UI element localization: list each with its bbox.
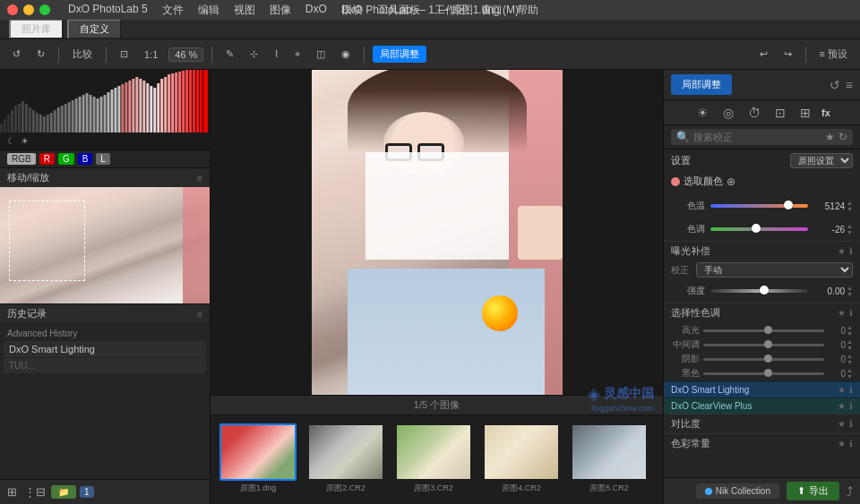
svg-rect-24 bbox=[86, 93, 89, 132]
rgb-l-button[interactable]: L bbox=[96, 153, 110, 165]
edit-tool[interactable]: ✎ bbox=[220, 47, 239, 62]
refresh-icon[interactable]: ↻ bbox=[838, 131, 847, 143]
filmstrip-item-2[interactable]: 原图2.CR2 bbox=[305, 423, 386, 497]
filmstrip-item-4[interactable]: 原图4.CR2 bbox=[481, 423, 562, 497]
rgb-tabs: RGB R G B L bbox=[0, 150, 210, 168]
effect-star-icon[interactable]: ★ bbox=[838, 385, 846, 395]
svg-rect-45 bbox=[160, 79, 163, 132]
menu-view[interactable]: 视图 bbox=[234, 3, 255, 18]
minimize-button[interactable] bbox=[23, 4, 34, 15]
filmstrip-item-5[interactable]: 原图5.CR2 bbox=[569, 423, 649, 497]
reset-icon[interactable]: ↺ bbox=[830, 78, 840, 92]
history-item[interactable]: DxO Smart Lighting bbox=[4, 341, 206, 357]
repair-tool[interactable]: ⌖ bbox=[289, 47, 305, 62]
star-section-icon[interactable]: ★ bbox=[838, 246, 846, 256]
copy-icon[interactable]: ⊡ bbox=[771, 104, 789, 122]
tab-customize[interactable]: 自定义 bbox=[67, 19, 122, 39]
close-button[interactable] bbox=[7, 4, 18, 15]
brightness-slider[interactable] bbox=[710, 289, 808, 293]
svg-rect-44 bbox=[157, 83, 159, 132]
sel-section-icons: ★ ℹ bbox=[838, 308, 853, 318]
svg-rect-31 bbox=[110, 90, 113, 132]
export-button[interactable]: ⬆ 导出 bbox=[787, 482, 839, 500]
rgb-r-button[interactable]: R bbox=[39, 153, 55, 165]
color-const-row[interactable]: 色彩常量 ★ℹ bbox=[664, 433, 860, 453]
sel-info-icon[interactable]: ℹ bbox=[849, 308, 853, 318]
search-icon: 🔍 bbox=[676, 131, 690, 143]
redo-button[interactable]: ↪ bbox=[778, 47, 797, 62]
pipette-icon[interactable]: ⊕ bbox=[727, 175, 735, 188]
settings-label: 设置 bbox=[671, 154, 691, 167]
window-controls[interactable] bbox=[7, 4, 50, 15]
crop-tool[interactable]: ⊹ bbox=[245, 47, 263, 62]
tab-library[interactable]: 照片库 bbox=[9, 19, 64, 39]
local-adjust-button[interactable]: 局部调整 bbox=[373, 46, 426, 63]
star-icon[interactable]: ★ bbox=[825, 131, 835, 143]
rotate-left-button[interactable]: ↺ bbox=[7, 47, 26, 62]
local-adjust-top-button[interactable]: 局部调整 bbox=[671, 74, 732, 95]
menu-help[interactable]: 帮助 bbox=[517, 3, 538, 18]
center-panel: 1/5 个图像 原图1.dng 原图2.CR2 原图3.CR2 bbox=[211, 70, 663, 504]
film-thumb-label-4: 原图4.CR2 bbox=[502, 483, 541, 494]
color-wheel-icon[interactable]: ◎ bbox=[719, 104, 737, 122]
method-select[interactable]: 手动 bbox=[696, 262, 853, 278]
svg-rect-18 bbox=[64, 104, 67, 132]
navigator-header[interactable]: 移动/缩放 ≡ bbox=[0, 168, 210, 187]
menu-dxo[interactable]: DxO bbox=[305, 3, 327, 18]
rgb-all-button[interactable]: RGB bbox=[7, 153, 36, 165]
selective-color-section-header[interactable]: 选择性色调 ★ ℹ bbox=[664, 303, 860, 322]
eye-tool[interactable]: ◉ bbox=[336, 47, 356, 62]
filter-button[interactable]: ⋮⊟ bbox=[22, 483, 47, 500]
watermark-text-en: lingganchina.com bbox=[591, 404, 654, 413]
undo-button[interactable]: ↩ bbox=[754, 47, 773, 62]
grid-view-button[interactable]: ⊞ bbox=[5, 483, 19, 500]
preset-button[interactable]: ≡ 预设 bbox=[814, 46, 853, 63]
svg-rect-42 bbox=[150, 86, 152, 132]
sun-icon[interactable]: ☀ bbox=[693, 104, 712, 122]
fx-button[interactable]: fx bbox=[821, 107, 830, 118]
rotate-right-button[interactable]: ↻ bbox=[31, 47, 50, 62]
history-item-2[interactable]: TUU... bbox=[4, 358, 206, 373]
svg-rect-26 bbox=[93, 97, 96, 132]
horizon-tool[interactable]: ⌇ bbox=[269, 47, 284, 62]
svg-rect-37 bbox=[132, 79, 134, 132]
fit-view-button[interactable]: ⊡ bbox=[115, 47, 133, 62]
contrast-row[interactable]: 对比度 ★ℹ bbox=[664, 414, 860, 433]
rgb-b-button[interactable]: B bbox=[78, 153, 93, 165]
highlight-slider[interactable] bbox=[703, 329, 824, 332]
filmstrip-item-3[interactable]: 原图3.CR2 bbox=[393, 423, 474, 497]
compare-button[interactable]: 比较 bbox=[67, 46, 98, 63]
history-header[interactable]: 历史记录 ≡ bbox=[0, 304, 210, 323]
rgb-g-button[interactable]: G bbox=[58, 153, 74, 165]
nik-collection-button[interactable]: Nik Collection bbox=[696, 483, 779, 499]
svg-rect-28 bbox=[100, 97, 103, 132]
color-temp-slider[interactable] bbox=[710, 204, 808, 208]
shadow-slider[interactable] bbox=[703, 358, 824, 361]
maximize-button[interactable] bbox=[39, 4, 50, 15]
exposure-section-header[interactable]: 曝光补偿 ★ ℹ bbox=[664, 241, 860, 261]
share-button[interactable]: ⤴ bbox=[847, 484, 853, 499]
sel-star-icon[interactable]: ★ bbox=[838, 308, 846, 318]
preset-select[interactable]: 原照设置 bbox=[790, 153, 853, 168]
gradient-tool[interactable]: ◫ bbox=[311, 47, 331, 62]
menu-file[interactable]: 文件 bbox=[162, 3, 184, 18]
svg-rect-25 bbox=[90, 95, 92, 132]
clock-icon[interactable]: ⏱ bbox=[744, 104, 764, 122]
histogram-chart bbox=[0, 70, 210, 132]
dxo-clearview-row[interactable]: DxO ClearView Plus ★ℹ bbox=[664, 397, 860, 414]
midtone-slider[interactable] bbox=[703, 344, 824, 346]
search-input[interactable] bbox=[693, 132, 821, 142]
grid-icon[interactable]: ⊞ bbox=[796, 104, 814, 122]
zoom-1to1-button[interactable]: 1:1 bbox=[139, 47, 163, 62]
filmstrip-item-1[interactable]: 原图1.dng bbox=[218, 423, 298, 497]
menu-image[interactable]: 图像 bbox=[270, 3, 291, 18]
menu-app[interactable]: DxO PhotoLab 5 bbox=[68, 3, 148, 18]
folder-button[interactable]: 📁 bbox=[51, 485, 76, 499]
preset-icon[interactable]: ≡ bbox=[846, 78, 853, 92]
dxo-smart-lighting-row[interactable]: DxO Smart Lighting ★ℹ bbox=[664, 381, 860, 397]
film-thumb-img-3 bbox=[395, 423, 472, 481]
menu-edit[interactable]: 编辑 bbox=[198, 3, 219, 18]
info-section-icon[interactable]: ℹ bbox=[849, 246, 853, 256]
color-tint-slider[interactable] bbox=[710, 227, 808, 231]
black-slider[interactable] bbox=[703, 372, 824, 375]
